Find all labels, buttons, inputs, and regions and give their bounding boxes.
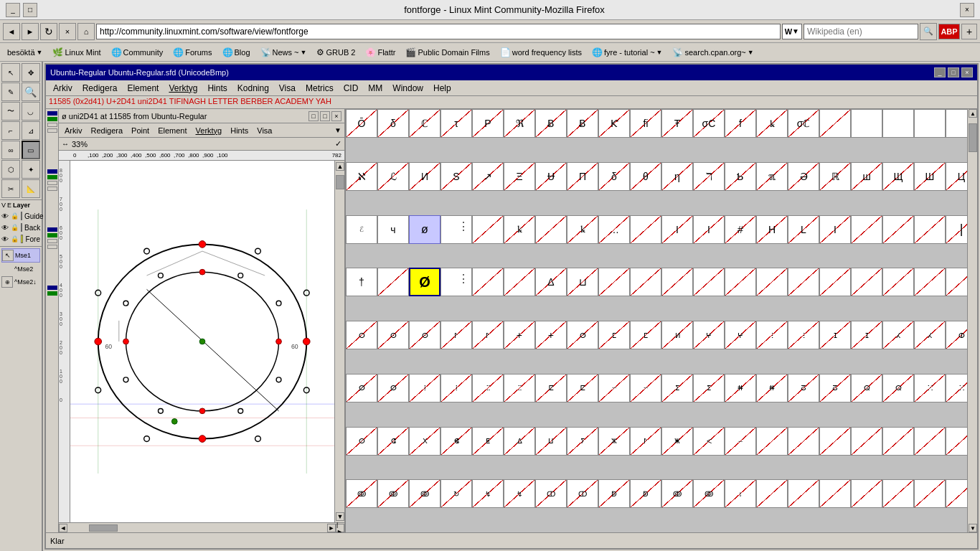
char-cell[interactable]: I [819,215,851,244]
char-cell[interactable]: Ō [346,109,377,138]
char-cell[interactable]: ↁ [630,479,661,508]
char-cell[interactable]: Ρ [472,109,504,138]
layer-back-row[interactable]: 👁 🔒 Back [1,222,40,233]
char-cell[interactable]: ↂ [346,479,377,508]
hscroll-right-btn[interactable]: ► [327,524,336,532]
menu-visa[interactable]: Visa [275,82,300,95]
char-cell[interactable]: ↂ [409,479,440,508]
nav-home-btn[interactable]: ⌂ [77,23,95,40]
char-cell[interactable]: ⵚ [567,321,598,349]
char-cell[interactable]: S [440,162,472,191]
bookmark-linuxmint[interactable]: 🌿 Linux Mint [48,45,105,60]
char-cell-selected[interactable]: Ø [409,268,440,296]
tool-star[interactable]: ✦ [22,160,40,179]
search-submit-btn[interactable]: 🔍 [920,23,937,40]
nav-back-btn[interactable]: ◄ [3,23,20,40]
char-cell[interactable] [882,109,914,138]
bookmark-flattr[interactable]: 🌸 Flattr [361,45,400,60]
char-cell[interactable]: ℵ [346,162,377,191]
menu-hints[interactable]: Hints [203,82,231,95]
char-cell[interactable]: ﬁ [630,109,661,138]
grid-vscrollbar[interactable]: ▲ ▼ [967,109,977,532]
char-cell[interactable]: ⵞ [440,427,472,456]
tool-corner[interactable]: ⌐ [1,121,20,140]
glyph-menu-arkiv[interactable]: Arkiv [62,126,85,136]
char-cell[interactable]: τ [440,109,472,138]
char-cell[interactable]: ⵊ [851,321,882,349]
char-cell[interactable] [851,215,882,244]
menu-redigera[interactable]: Redigera [78,82,122,95]
char-cell[interactable]: ⵤ [440,321,472,349]
tool-spiro[interactable]: ∞ [1,141,20,159]
window-minimize-btn[interactable]: _ [6,3,20,17]
char-cell[interactable]: ⵝ [409,427,440,456]
char-cell[interactable] [788,268,819,296]
glyph-canvas[interactable]: 60 60 [70,161,334,522]
bookmark-blog[interactable]: 🌐 Blog [218,45,255,60]
char-cell[interactable]: ↯ [504,479,535,508]
char-cell[interactable]: ⵕ [882,374,914,402]
address-bar[interactable] [96,24,781,39]
char-cell[interactable]: ↁ [598,479,630,508]
char-cell[interactable] [819,109,851,138]
char-cell[interactable]: ⵁ [346,374,377,402]
char-cell[interactable]: Ŧ [661,109,693,138]
char-cell[interactable]: ℸ [693,162,725,191]
char-cell[interactable]: ℰ [346,215,377,244]
char-cell[interactable]: ⵉ [661,374,693,402]
char-cell[interactable]: … [598,215,630,244]
char-cell[interactable]: ⵕ [851,374,882,402]
char-cell[interactable]: ⵢ [567,427,598,456]
tool-pointer[interactable]: ↖ [1,63,20,82]
char-cell[interactable]: # [725,215,756,244]
char-cell[interactable]: ⵗ [756,321,788,349]
char-cell[interactable]: ℂ [409,109,440,138]
char-cell[interactable]: Ƀ [567,109,598,138]
bookmark-community[interactable]: 🌐 Community [107,45,168,60]
char-cell[interactable]: ↯ [472,479,504,508]
char-cell[interactable] [788,427,819,456]
tool-rotate[interactable]: ✥ [22,63,40,82]
char-cell[interactable] [851,479,882,508]
layer-fore-row[interactable]: 👁 🔒 Fore [1,233,40,245]
char-cell[interactable] [819,427,851,456]
tool-draw[interactable]: ✎ [1,83,20,101]
glyph-hscrollbar[interactable]: ◄ ► |► [59,522,344,532]
menu-help[interactable]: Help [429,82,456,95]
char-cell[interactable]: f [725,109,756,138]
char-cell[interactable] [535,215,567,244]
char-cell[interactable] [882,427,914,456]
bookmark-fyre[interactable]: 🌐 fyre - tutorial ~ ▼ [588,45,667,60]
char-cell[interactable]: ⵗ [788,321,819,349]
char-cell[interactable]: ⵡ [535,427,567,456]
glyph-menu-visa[interactable]: Visa [254,126,275,136]
char-cell[interactable]: ↕ [725,479,756,508]
char-cell[interactable]: ⵙ [346,427,377,456]
char-cell[interactable]: † [346,268,377,296]
char-cell[interactable]: ⵎ [630,321,661,349]
char-cell[interactable]: I [693,215,725,244]
char-cell[interactable]: ⵘ [914,374,946,402]
char-cell[interactable]: Ξ [504,162,535,191]
char-cell[interactable]: η [661,162,693,191]
char-cell[interactable]: ℒ [377,162,409,191]
glyph-menu-redigera[interactable]: Redigera [88,126,126,136]
char-cell[interactable] [725,268,756,296]
char-cell[interactable]: ⵊ [819,321,851,349]
char-cell[interactable]: ↂ [377,479,409,508]
char-cell[interactable]: ⵈ [598,374,630,402]
char-cell[interactable]: ⵆ [504,374,535,402]
dots-menu-btn2[interactable]: ⋮ [458,272,469,286]
char-cell[interactable]: ⵜ [535,321,567,349]
vscroll-thumb[interactable] [336,175,344,189]
char-cell[interactable]: ⵃ [914,321,946,349]
char-cell[interactable] [914,479,946,508]
nav-stop-btn[interactable]: × [59,23,76,40]
char-cell[interactable]: ⵒ [819,374,851,402]
glyph-menu-verktyg[interactable]: Verktyg [193,126,225,136]
char-cell[interactable]: ↂ [693,479,725,508]
char-cell[interactable]: ↀ [567,479,598,508]
char-cell[interactable] [377,268,409,296]
browser-close-btn[interactable]: × [960,3,974,17]
char-cell[interactable]: H [756,215,788,244]
